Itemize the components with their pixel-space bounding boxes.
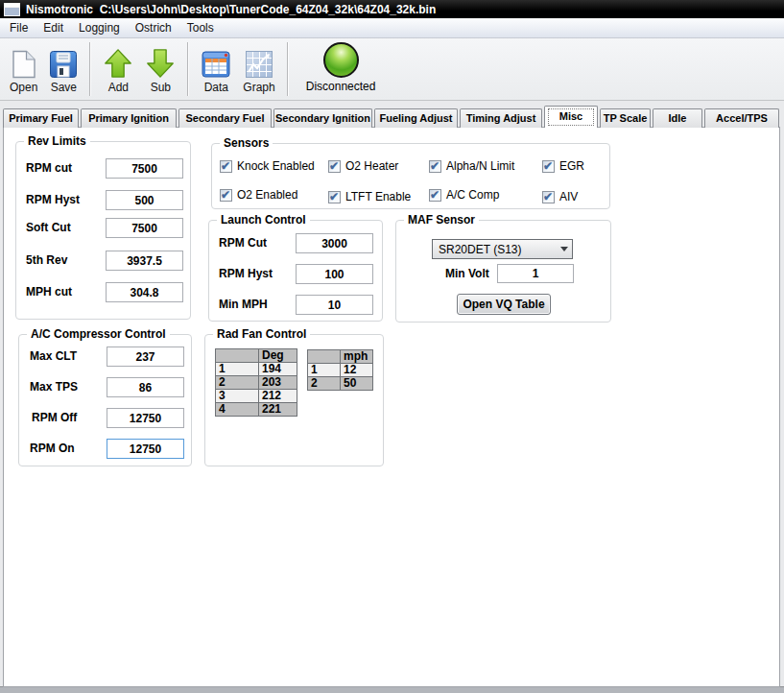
checkbox-icon xyxy=(220,189,232,202)
tab-misc[interactable]: Misc xyxy=(544,106,598,128)
checkbox-o2-heater[interactable]: O2 Heater xyxy=(328,159,398,173)
tab-primary-ignition[interactable]: Primary Ignition xyxy=(81,108,177,128)
toolbar-button-label: Graph xyxy=(243,81,274,94)
rad-fan-deg-table: Deg 1 194 2 203 3 212 4 221 xyxy=(215,348,297,417)
checkbox-label: Knock Enabled xyxy=(237,159,315,173)
checkbox-label: LTFT Enable xyxy=(345,190,411,203)
tab-idle[interactable]: Idle xyxy=(653,108,702,128)
toolbar-separator xyxy=(287,42,289,96)
checkbox-icon xyxy=(220,160,232,173)
max-clt-input[interactable] xyxy=(107,346,184,367)
chevron-down-icon xyxy=(560,247,568,251)
tab-secondary-ignition[interactable]: Secondary Ignition xyxy=(273,108,372,128)
misc-tab-page: Rev Limits RPM cut RPM Hyst Soft Cut 5th… xyxy=(3,127,780,687)
tab-tp-scale[interactable]: TP Scale xyxy=(600,108,651,128)
mph-cell[interactable]: 12 xyxy=(341,364,373,377)
launch-rpm-cut-input[interactable] xyxy=(296,233,373,253)
checkbox-icon xyxy=(328,160,341,173)
add-button[interactable]: Add xyxy=(98,42,138,94)
green-up-arrow-icon xyxy=(103,48,133,79)
checkbox-label: O2 Enabled xyxy=(237,188,297,202)
groupbox-title: MAF Sensor xyxy=(404,213,479,227)
deg-cell[interactable]: 212 xyxy=(259,390,297,403)
rpm-hyst-input[interactable] xyxy=(106,190,183,210)
checkbox-ltft-enable[interactable]: LTFT Enable xyxy=(328,190,411,203)
groupbox-title: Rad Fan Control xyxy=(213,327,310,341)
graph-button[interactable]: Graph xyxy=(238,42,279,94)
menu-edit[interactable]: Edit xyxy=(36,18,71,37)
menu-file[interactable]: File xyxy=(2,18,36,37)
menu-ostrich[interactable]: Ostrich xyxy=(128,18,179,37)
checkbox-ac-comp[interactable]: A/C Comp xyxy=(429,188,499,202)
row-header-cell: 1 xyxy=(308,364,341,377)
row-header-cell: 2 xyxy=(308,377,341,391)
row-header-cell: 1 xyxy=(216,363,259,376)
tab-primary-fuel[interactable]: Primary Fuel xyxy=(3,108,79,128)
rpm-off-label: RPM Off xyxy=(32,411,77,424)
deg-cell[interactable]: 194 xyxy=(259,363,297,376)
tab-secondary-fuel[interactable]: Secondary Fuel xyxy=(178,108,272,128)
sub-button[interactable]: Sub xyxy=(140,42,180,94)
open-button[interactable]: Open xyxy=(5,42,42,94)
deg-cell[interactable]: 221 xyxy=(259,403,297,417)
checkbox-label: EGR xyxy=(559,159,584,173)
soft-cut-input[interactable] xyxy=(106,218,183,238)
rpm-off-input[interactable] xyxy=(107,408,184,428)
launch-control-groupbox: Launch Control RPM Cut RPM Hyst Min MPH xyxy=(208,220,383,322)
checkbox-icon xyxy=(542,160,555,173)
table-header-mph: mph xyxy=(341,350,373,364)
table-corner-cell xyxy=(216,349,259,363)
maf-sensor-dropdown[interactable]: SR20DET (S13) xyxy=(432,239,573,259)
toolbar-separator xyxy=(89,42,91,96)
mph-cut-input[interactable] xyxy=(106,282,183,302)
open-vq-table-button[interactable]: Open VQ Table xyxy=(457,294,551,315)
toolbar: Open Save Add xyxy=(0,38,784,101)
menu-tools[interactable]: Tools xyxy=(179,18,222,37)
checkbox-knock-enabled[interactable]: Knock Enabled xyxy=(220,159,315,173)
launch-rpm-hyst-label: RPM Hyst xyxy=(219,267,273,280)
data-button[interactable]: Data xyxy=(196,42,236,94)
menubar: File Edit Logging Ostrich Tools xyxy=(0,18,784,38)
save-button[interactable]: Save xyxy=(44,42,83,94)
checkbox-icon xyxy=(328,191,341,203)
connection-status-button[interactable]: Disconnected xyxy=(306,42,376,93)
mph-cell[interactable]: 50 xyxy=(341,377,373,391)
launch-rpm-cut-label: RPM Cut xyxy=(219,236,267,250)
fifth-rev-input[interactable] xyxy=(106,251,183,271)
sensors-groupbox: Sensors Knock Enabled O2 Heater Alpha/N … xyxy=(211,143,610,209)
toolbar-separator xyxy=(187,42,189,96)
tab-fueling-adjust[interactable]: Fueling Adjust xyxy=(374,108,458,128)
rpm-cut-input[interactable] xyxy=(106,158,183,179)
launch-min-mph-input[interactable] xyxy=(296,295,373,315)
groupbox-title: A/C Compressor Control xyxy=(27,327,170,341)
max-tps-input[interactable] xyxy=(107,377,184,397)
toolbar-button-label: Sub xyxy=(151,81,171,94)
checkbox-aiv[interactable]: AIV xyxy=(542,190,578,203)
row-header-cell: 4 xyxy=(216,403,259,417)
rpm-on-label: RPM On xyxy=(30,442,75,455)
dropdown-arrow-zone xyxy=(556,240,572,258)
row-header-cell: 2 xyxy=(216,376,259,390)
tab-timing-adjust[interactable]: Timing Adjust xyxy=(460,108,542,128)
rpm-on-input[interactable] xyxy=(107,439,184,459)
menu-logging[interactable]: Logging xyxy=(71,18,128,37)
window-title: Nismotronic C:\Users\John\Desktop\TunerC… xyxy=(26,3,436,16)
window-bottom-border xyxy=(0,686,784,693)
launch-rpm-hyst-input[interactable] xyxy=(296,264,373,284)
checkbox-icon xyxy=(429,189,441,202)
application-icon xyxy=(4,3,20,16)
checkbox-o2-enabled[interactable]: O2 Enabled xyxy=(220,188,297,202)
application-window: { "window": { "title": "Nismotronic C:\\… xyxy=(0,0,784,693)
checkbox-label: AIV xyxy=(559,190,578,203)
rad-fan-groupbox: Rad Fan Control Deg 1 194 2 203 3 212 4 … xyxy=(204,334,384,466)
table-header-deg: Deg xyxy=(259,349,297,363)
launch-min-mph-label: Min MPH xyxy=(219,298,268,311)
deg-cell[interactable]: 203 xyxy=(259,376,297,390)
checkbox-alpha-n-limit[interactable]: Alpha/N Limit xyxy=(429,159,514,173)
checkbox-egr[interactable]: EGR xyxy=(542,159,584,173)
row-header-cell: 3 xyxy=(216,390,259,403)
min-volt-input[interactable] xyxy=(497,264,574,283)
tab-accel-tps[interactable]: Accel/TPS xyxy=(704,108,779,128)
line-graph-icon xyxy=(245,50,273,79)
max-clt-label: Max CLT xyxy=(30,349,77,363)
